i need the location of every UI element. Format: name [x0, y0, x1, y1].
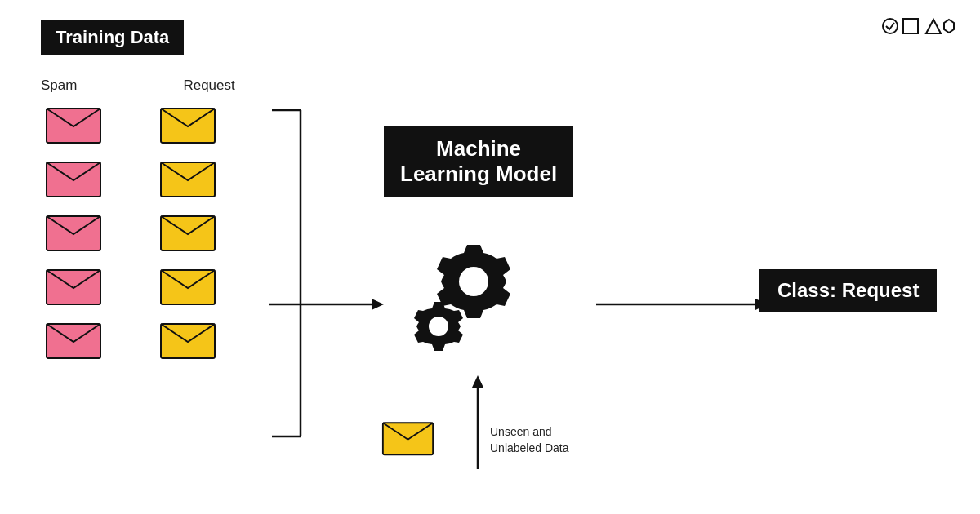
- spam-email-4: [45, 264, 102, 306]
- spam-email-5: [45, 317, 102, 360]
- request-header: Request: [183, 78, 234, 94]
- svg-rect-1: [903, 19, 918, 33]
- top-icons: [882, 16, 956, 36]
- spam-email-col: [45, 102, 102, 360]
- unseen-email: [381, 416, 434, 460]
- arrow-to-model: [270, 292, 384, 317]
- bracket-line: [268, 106, 321, 441]
- request-email-4: [159, 264, 216, 306]
- request-email-5: [159, 317, 216, 360]
- spam-header: Spam: [41, 78, 77, 94]
- unseen-label: Unseen and Unlabeled Data: [490, 424, 569, 456]
- svg-marker-18: [372, 299, 384, 310]
- training-data-title: Training Data: [41, 20, 184, 55]
- svg-marker-2: [926, 20, 941, 33]
- column-headers: Spam Request: [41, 78, 235, 94]
- svg-marker-3: [944, 20, 954, 33]
- svg-point-0: [883, 19, 898, 33]
- ml-model-box: Machine Learning Model: [384, 126, 573, 197]
- request-email-1: [159, 102, 216, 144]
- spam-email-1: [45, 102, 102, 144]
- svg-point-19: [459, 267, 488, 296]
- spam-email-2: [45, 156, 102, 198]
- arrow-up-to-model: [466, 375, 490, 473]
- request-email-3: [159, 210, 216, 252]
- gears-icon: [404, 237, 547, 367]
- spam-email-3: [45, 210, 102, 252]
- svg-marker-25: [472, 375, 483, 388]
- svg-point-20: [429, 317, 448, 336]
- request-email-2: [159, 156, 216, 198]
- emails-grid: [45, 102, 216, 360]
- class-result-box: Class: Request: [760, 269, 937, 312]
- request-email-col: [159, 102, 216, 360]
- arrow-to-class: [596, 292, 768, 317]
